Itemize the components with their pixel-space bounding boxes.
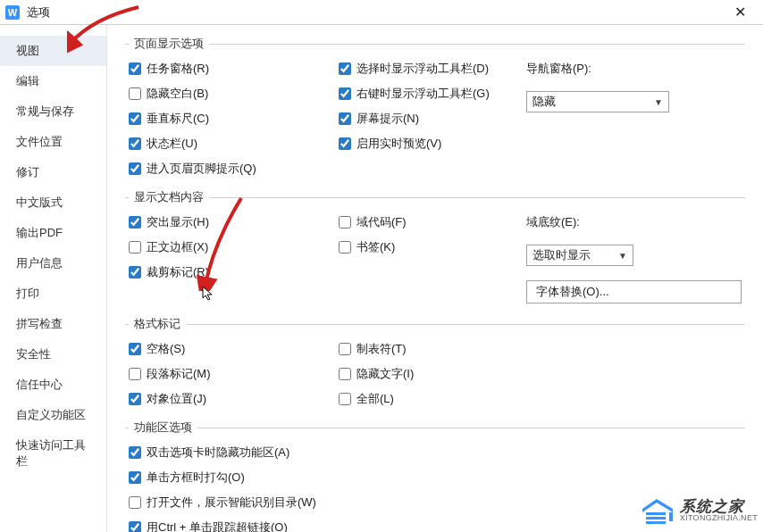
checkbox-label: 右键时显示浮动工具栏(G) [356, 86, 490, 102]
checkbox-input[interactable] [129, 368, 141, 380]
checkbox-option[interactable]: 裁剪标记(R) [129, 264, 339, 280]
checkbox-input[interactable] [339, 393, 351, 405]
checkbox-input[interactable] [129, 62, 141, 75]
checkbox-option[interactable]: 状态栏(U) [129, 136, 339, 152]
checkbox-option[interactable]: 右键时显示浮动工具栏(G) [339, 86, 526, 102]
nav-pane-select[interactable]: 隐藏 ▼ [526, 91, 669, 112]
group-legend: 功能区选项 [129, 420, 197, 436]
group-legend: 显示文档内容 [129, 189, 209, 205]
sidebar-item[interactable]: 用户信息 [0, 248, 106, 278]
sidebar-item[interactable]: 常规与保存 [0, 96, 106, 127]
sidebar-item[interactable]: 文件位置 [0, 127, 106, 157]
sidebar-item[interactable]: 中文版式 [0, 187, 106, 218]
nav-pane-value: 隐藏 [532, 94, 556, 110]
checkbox-option[interactable]: 进入页眉页脚提示(Q) [129, 161, 339, 177]
sidebar-item[interactable]: 视图 [0, 36, 106, 66]
checkbox-option[interactable]: 正文边框(X) [129, 239, 339, 255]
content-pane: 页面显示选项 任务窗格(R)隐藏空白(B)垂直标尺(C)状态栏(U)进入页眉页脚… [107, 25, 763, 532]
checkbox-input[interactable] [339, 87, 351, 100]
checkbox-option[interactable]: 对象位置(J) [129, 391, 339, 407]
checkbox-label: 隐藏空白(B) [147, 86, 208, 102]
checkbox-label: 隐藏文字(I) [356, 366, 414, 382]
app-icon [5, 5, 20, 20]
checkbox-label: 进入页眉页脚提示(Q) [147, 161, 256, 177]
shade-value: 选取时显示 [532, 247, 591, 263]
checkbox-label: 突出显示(H) [147, 214, 209, 230]
sidebar-item[interactable]: 拼写检查 [0, 309, 106, 339]
checkbox-label: 双击选项卡时隐藏功能区(A) [147, 445, 289, 461]
checkbox-option[interactable]: 书签(K) [339, 239, 526, 255]
checkbox-option[interactable]: 制表符(T) [339, 341, 526, 357]
title-bar: 选项 ✕ [0, 0, 763, 25]
sidebar-item[interactable]: 快速访问工具栏 [0, 430, 106, 477]
checkbox-label: 域代码(F) [356, 214, 407, 230]
checkbox-option[interactable]: 打开文件，展示智能识别目录(W) [129, 495, 742, 511]
checkbox-option[interactable]: 空格(S) [129, 341, 339, 357]
checkbox-option[interactable]: 段落标记(M) [129, 366, 339, 382]
chevron-down-icon: ▼ [618, 251, 627, 261]
checkbox-input[interactable] [129, 446, 141, 459]
checkbox-option[interactable]: 垂直标尺(C) [129, 111, 339, 127]
checkbox-input[interactable] [129, 216, 141, 229]
checkbox-option[interactable]: 全部(L) [339, 391, 526, 407]
checkbox-input[interactable] [339, 62, 351, 75]
checkbox-input[interactable] [129, 87, 141, 100]
checkbox-option[interactable]: 隐藏空白(B) [129, 86, 339, 102]
checkbox-option[interactable]: 选择时显示浮动工具栏(D) [339, 61, 526, 77]
checkbox-option[interactable]: 启用实时预览(V) [339, 136, 526, 152]
checkbox-option[interactable]: 隐藏文字(I) [339, 366, 526, 382]
checkbox-label: 全部(L) [356, 391, 394, 407]
sidebar-item[interactable]: 输出PDF [0, 218, 106, 248]
shade-select[interactable]: 选取时显示 ▼ [526, 245, 633, 266]
checkbox-input[interactable] [129, 112, 141, 125]
font-substitute-button[interactable]: 字体替换(O)... [526, 280, 742, 303]
checkbox-option[interactable]: 任务窗格(R) [129, 61, 339, 77]
checkbox-input[interactable] [129, 137, 141, 150]
checkbox-input[interactable] [339, 241, 351, 254]
group-format-marks: 格式标记 空格(S)段落标记(M)对象位置(J) 制表符(T)隐藏文字(I)全部… [125, 316, 745, 407]
group-legend: 页面显示选项 [129, 36, 209, 52]
checkbox-input[interactable] [339, 137, 351, 150]
checkbox-input[interactable] [129, 241, 141, 254]
checkbox-label: 打开文件，展示智能识别目录(W) [147, 495, 316, 511]
sidebar-item[interactable]: 自定义功能区 [0, 400, 106, 430]
checkbox-input[interactable] [129, 266, 141, 278]
checkbox-input[interactable] [339, 343, 351, 355]
checkbox-option[interactable]: 用Ctrl + 单击跟踪超链接(O) [129, 520, 742, 532]
close-button[interactable]: ✕ [722, 4, 758, 21]
checkbox-input[interactable] [339, 216, 351, 229]
checkbox-input[interactable] [339, 368, 351, 380]
checkbox-label: 选择时显示浮动工具栏(D) [356, 61, 489, 77]
checkbox-label: 用Ctrl + 单击跟踪超链接(O) [147, 520, 288, 532]
checkbox-option[interactable]: 域代码(F) [339, 214, 526, 230]
group-page-display: 页面显示选项 任务窗格(R)隐藏空白(B)垂直标尺(C)状态栏(U)进入页眉页脚… [125, 36, 745, 177]
checkbox-option[interactable]: 单击方框时打勾(O) [129, 470, 742, 486]
chevron-down-icon: ▼ [654, 97, 663, 107]
sidebar-item[interactable]: 编辑 [0, 66, 106, 96]
checkbox-option[interactable]: 突出显示(H) [129, 214, 339, 230]
checkbox-option[interactable]: 屏幕提示(N) [339, 111, 526, 127]
sidebar-item[interactable]: 修订 [0, 157, 106, 187]
checkbox-label: 裁剪标记(R) [147, 264, 209, 280]
checkbox-input[interactable] [129, 471, 141, 484]
checkbox-label: 对象位置(J) [147, 391, 206, 407]
checkbox-input[interactable] [129, 162, 141, 175]
checkbox-input[interactable] [129, 393, 141, 405]
window-title: 选项 [27, 4, 722, 21]
checkbox-label: 垂直标尺(C) [147, 111, 209, 127]
checkbox-label: 段落标记(M) [147, 366, 211, 382]
font-substitute-label: 字体替换(O)... [536, 284, 609, 300]
checkbox-label: 任务窗格(R) [147, 61, 209, 77]
shade-label: 域底纹(E): [526, 214, 742, 230]
checkbox-input[interactable] [339, 112, 351, 125]
sidebar-item[interactable]: 安全性 [0, 339, 106, 370]
sidebar-item[interactable]: 信任中心 [0, 370, 106, 400]
group-doc-content: 显示文档内容 突出显示(H)正文边框(X)裁剪标记(R) 域代码(F)书签(K)… [125, 189, 745, 303]
checkbox-input[interactable] [129, 496, 141, 509]
checkbox-label: 书签(K) [356, 239, 395, 255]
checkbox-input[interactable] [129, 521, 141, 532]
checkbox-option[interactable]: 双击选项卡时隐藏功能区(A) [129, 445, 742, 461]
checkbox-label: 启用实时预览(V) [356, 136, 441, 152]
sidebar-item[interactable]: 打印 [0, 278, 106, 309]
checkbox-input[interactable] [129, 343, 141, 355]
